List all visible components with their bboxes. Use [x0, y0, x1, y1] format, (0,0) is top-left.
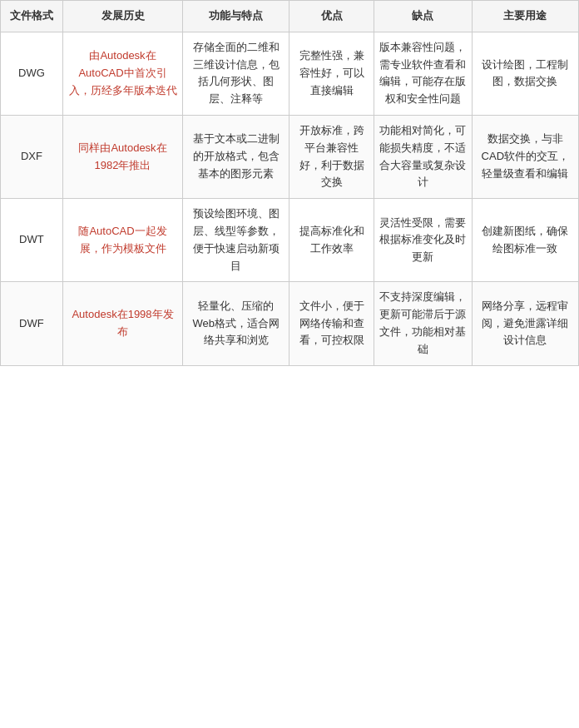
cell-cons: 功能相对简化，可能损失精度，不适合大容量或复杂设计 — [374, 115, 473, 198]
header-usage: 主要用途 — [472, 1, 578, 32]
cell-format: DWT — [1, 199, 63, 282]
header-cons: 缺点 — [374, 1, 473, 32]
cell-cons: 不支持深度编辑，更新可能滞后于源文件，功能相对基础 — [374, 282, 473, 365]
cell-features: 基于文本或二进制的开放格式，包含基本的图形元素 — [183, 115, 290, 198]
cell-pros: 文件小，便于网络传输和查看，可控权限 — [290, 282, 374, 365]
table-row: DWFAutodesk在1998年发布轻量化、压缩的Web格式，适合网络共享和浏… — [1, 282, 579, 365]
cell-usage: 设计绘图，工程制图，数据交换 — [472, 32, 578, 115]
header-format: 文件格式 — [1, 1, 63, 32]
cell-usage: 数据交换，与非CAD软件的交互，轻量级查看和编辑 — [472, 115, 578, 198]
header-pros: 优点 — [290, 1, 374, 32]
header-history: 发展历史 — [62, 1, 182, 32]
cell-pros: 提高标准化和工作效率 — [290, 199, 374, 282]
main-table-container: 文件格式 发展历史 功能与特点 优点 缺点 主要用途 DWG由Autodesk在… — [0, 0, 579, 366]
cell-features: 轻量化、压缩的Web格式，适合网络共享和浏览 — [183, 282, 290, 365]
cell-format: DXF — [1, 115, 63, 198]
cell-format: DWG — [1, 32, 63, 115]
table-row: DWT随AutoCAD一起发展，作为模板文件预设绘图环境、图层、线型等参数，便于… — [1, 199, 579, 282]
cell-history: 同样由Autodesk在1982年推出 — [62, 115, 182, 198]
cad-formats-table: 文件格式 发展历史 功能与特点 优点 缺点 主要用途 DWG由Autodesk在… — [0, 0, 579, 366]
cell-cons: 版本兼容性问题，需专业软件查看和编辑，可能存在版权和安全性问题 — [374, 32, 473, 115]
cell-history: Autodesk在1998年发布 — [62, 282, 182, 365]
cell-features: 存储全面的二维和三维设计信息，包括几何形状、图层、注释等 — [183, 32, 290, 115]
table-row: DXF同样由Autodesk在1982年推出基于文本或二进制的开放格式，包含基本… — [1, 115, 579, 198]
cell-history: 由Autodesk在AutoCAD中首次引入，历经多年版本迭代 — [62, 32, 182, 115]
cell-pros: 开放标准，跨平台兼容性好，利于数据交换 — [290, 115, 374, 198]
cell-features: 预设绘图环境、图层、线型等参数，便于快速启动新项目 — [183, 199, 290, 282]
cell-history: 随AutoCAD一起发展，作为模板文件 — [62, 199, 182, 282]
header-features: 功能与特点 — [183, 1, 290, 32]
cell-cons: 灵活性受限，需要根据标准变化及时更新 — [374, 199, 473, 282]
cell-usage: 网络分享，远程审阅，避免泄露详细设计信息 — [472, 282, 578, 365]
cell-format: DWF — [1, 282, 63, 365]
table-header-row: 文件格式 发展历史 功能与特点 优点 缺点 主要用途 — [1, 1, 579, 32]
cell-pros: 完整性强，兼容性好，可以直接编辑 — [290, 32, 374, 115]
table-row: DWG由Autodesk在AutoCAD中首次引入，历经多年版本迭代存储全面的二… — [1, 32, 579, 115]
cell-usage: 创建新图纸，确保绘图标准一致 — [472, 199, 578, 282]
